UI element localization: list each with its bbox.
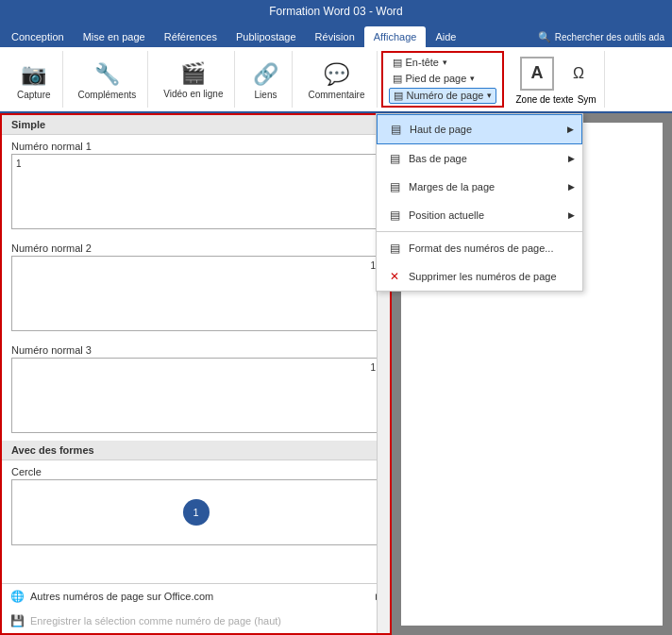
sym-button[interactable]: Ω [562,58,596,89]
ctx-format[interactable]: ▤ Format des numéros de page... [377,234,582,262]
tab-affichage[interactable]: Affichage [364,26,427,47]
numero-normal-1-label[interactable]: Numéro normal 1 [2,135,390,154]
video-label: Vidéo en ligne [163,89,223,100]
office-link-icon: 🌐 [9,589,25,604]
dropdown-footer: 🌐 Autres numéros de page sur Office.com … [2,583,390,633]
liens-button[interactable]: 🔗 Liens [246,58,284,102]
video-button[interactable]: 🎬 Vidéo en ligne [160,57,227,102]
numero-normal-3-label[interactable]: Numéro normal 3 [2,339,390,358]
tab-revision[interactable]: Révision [306,26,364,47]
capture-button[interactable]: 📷 Capture [13,58,55,102]
circle-number: 1 [183,499,210,526]
capture-icon: 📷 [19,59,49,90]
sym-label: Sym [578,94,596,105]
numero-normal-3-preview: 1 [11,358,380,433]
preview-num-tl: 1 [16,159,22,169]
header-items: ▤ En-tête ▾ ▤ Pied de page ▾ ▤ Numéro de… [389,56,497,104]
commentaire-icon: 💬 [322,59,352,90]
office-link[interactable]: 🌐 Autres numéros de page sur Office.com … [2,584,390,609]
save-selection: 💾 Enregistrer la sélection comme numéro … [2,609,390,633]
liens-icon: 🔗 [250,59,280,90]
cercle-preview: 1 [11,479,380,545]
pied-page-button[interactable]: ▤ Pied de page ▾ [389,72,497,86]
complements-icon: 🔧 [92,59,122,90]
liens-label: Liens [255,90,277,100]
ctx-haut-de-page[interactable]: ▤ Haut de page ▶ [377,114,582,144]
ribbon-group-header: ▤ En-tête ▾ ▤ Pied de page ▾ ▤ Numéro de… [381,51,505,108]
preview-num-tr2: 1 [370,362,376,373]
save-selection-icon: 💾 [9,613,25,628]
position-arrow: ▶ [568,210,575,220]
video-icon: 🎬 [178,58,209,89]
marges-label: Marges de la page [409,181,495,192]
save-selection-label: Enregistrer la sélection comme numéro de… [30,615,281,627]
title-bar: Formation Word 03 - Word [0,0,672,23]
format-icon: ▤ [386,240,403,257]
marges-arrow: ▶ [568,182,575,192]
ctx-bas-de-page[interactable]: ▤ Bas de page ▶ [377,144,582,173]
search-label[interactable]: Rechercher des outils ada [555,32,664,42]
ribbon-tabs: Conception Mise en page Références Publi… [0,23,672,47]
ribbon-group-complements: 🔧 Compléments [67,51,149,108]
ctx-supprimer[interactable]: ✕ Supprimer les numéros de page [377,262,582,291]
bas-page-icon: ▤ [386,150,403,167]
tab-conception[interactable]: Conception [2,26,74,47]
haut-page-icon: ▤ [387,121,404,138]
zone-texte-label: Zone de texte [515,94,573,105]
haut-page-label: Haut de page [410,124,472,135]
format-label: Format des numéros de page... [409,242,553,254]
ctx-divider [377,231,582,232]
position-label: Position actuelle [409,209,484,221]
office-link-label: Autres numéros de page sur Office.com [30,591,213,602]
tab-publipostage[interactable]: Publipostage [227,26,306,47]
entete-button[interactable]: ▤ En-tête ▾ [389,56,497,70]
tab-mise-en-page[interactable]: Mise en page [74,26,155,47]
search-icon: 🔍 [538,31,551,43]
ribbon-group-commentaire: 💬 Commentaire [296,51,377,108]
numero-normal-2-label[interactable]: Numéro normal 2 [2,237,390,256]
zone-texte-button[interactable]: A [516,55,558,92]
capture-label: Capture [17,90,51,100]
numero-page-label: Numéro de page [407,90,484,101]
zone-texte-icon: A [520,57,554,91]
sym-icon: Ω [565,60,592,87]
commentaire-label: Commentaire [308,90,364,100]
complements-button[interactable]: 🔧 Compléments [75,58,141,102]
complements-label: Compléments [78,90,137,100]
haut-page-arrow: ▶ [567,125,574,134]
ribbon-group-video: 🎬 Vidéo en ligne [152,51,235,108]
ribbon-group-capture: 📷 Capture [6,51,63,108]
title-text: Formation Word 03 - Word [269,5,403,18]
position-icon: ▤ [386,207,403,224]
pied-page-icon: ▤ [393,73,402,85]
pied-page-label: Pied de page [406,73,467,84]
bas-page-label: Bas de page [409,153,467,164]
supprimer-label: Supprimer les numéros de page [409,271,557,282]
ctx-position[interactable]: ▤ Position actuelle ▶ [377,201,582,229]
numero-page-button[interactable]: ▤ Numéro de page ▾ [389,88,497,104]
ctx-marges[interactable]: ▤ Marges de la page ▶ [377,173,582,201]
numero-normal-1-preview: 1 [11,154,380,229]
numero-normal-2-preview: 1 [11,256,380,331]
entete-icon: ▤ [393,57,402,69]
ribbon-content: 📷 Capture 🔧 Compléments 🎬 Vidéo en ligne… [0,47,672,113]
main-area: Simple Numéro normal 1 1 Numéro normal 2… [0,113,672,635]
supprimer-icon: ✕ [386,268,403,285]
ribbon-group-zone: A Ω Zone de texte Sym [508,51,604,108]
section-simple-title: Simple [2,115,390,135]
marges-icon: ▤ [386,178,403,195]
tab-aide[interactable]: Aide [426,26,465,47]
ribbon-group-liens: 🔗 Liens [239,51,293,108]
section-formes-title: Avec des formes [2,441,390,460]
dropdown-panel: Simple Numéro normal 1 1 Numéro normal 2… [0,113,392,635]
tab-references[interactable]: Références [155,26,227,47]
bas-page-arrow: ▶ [568,154,575,163]
commentaire-button[interactable]: 💬 Commentaire [304,58,368,102]
context-menu: ▤ Haut de page ▶ ▤ Bas de page ▶ ▤ Marge… [376,113,583,292]
cercle-label[interactable]: Cercle [2,460,390,479]
entete-label: En-tête [406,57,439,68]
numero-page-icon: ▤ [394,90,403,102]
circle-number-container: 1 [183,499,210,526]
